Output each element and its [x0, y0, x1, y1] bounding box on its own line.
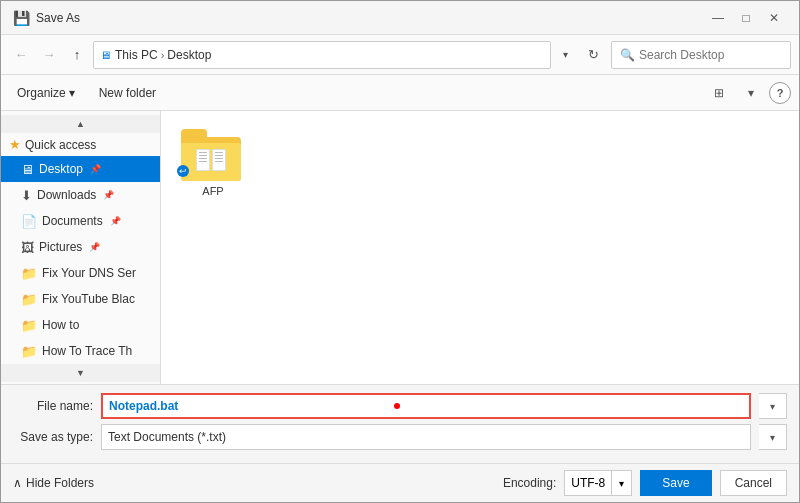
- sidebar-item-desktop[interactable]: 🖥 Desktop 📌: [1, 156, 160, 182]
- back-button[interactable]: ←: [9, 43, 33, 67]
- footer-right: Encoding: UTF-8 ▾ Save Cancel: [503, 470, 787, 496]
- dialog-title: Save As: [36, 11, 705, 25]
- filename-input-wrapper: [101, 393, 751, 419]
- cancel-button[interactable]: Cancel: [720, 470, 787, 496]
- sidebar-scroll-down[interactable]: ▼: [1, 364, 160, 382]
- window-controls: — □ ✕: [705, 8, 787, 28]
- encoding-selector: UTF-8 ▾: [564, 470, 632, 496]
- address-bar: ← → ↑ 🖥 This PC › Desktop ▾ ↻ 🔍: [1, 35, 799, 75]
- address-dropdown-button[interactable]: ▾: [555, 41, 575, 69]
- folder-shortcut-arrow: ↩: [177, 165, 189, 177]
- hide-folders-label: Hide Folders: [26, 476, 94, 490]
- refresh-button[interactable]: ↻: [579, 41, 607, 69]
- sidebar-item-fix-yt[interactable]: 📁 Fix YouTube Blac: [1, 286, 160, 312]
- path-part-pc: This PC: [115, 48, 158, 62]
- folder-front: [181, 143, 241, 181]
- address-path[interactable]: 🖥 This PC › Desktop: [93, 41, 551, 69]
- dialog-icon: 💾: [13, 10, 30, 26]
- desktop-pin: 📌: [90, 164, 101, 174]
- sidebar-item-downloads-label: Downloads: [37, 188, 96, 202]
- sidebar-item-documents-label: Documents: [42, 214, 103, 228]
- savetype-input[interactable]: [101, 424, 751, 450]
- sidebar-item-fix-yt-label: Fix YouTube Blac: [42, 292, 135, 306]
- documents-pin: 📌: [110, 216, 121, 226]
- filename-row: File name: ▾: [13, 393, 787, 419]
- sidebar-item-how-to-label: How to: [42, 318, 79, 332]
- fix-yt-icon: 📁: [21, 292, 37, 307]
- pictures-icon: 🖼: [21, 240, 34, 255]
- maximize-button[interactable]: □: [733, 8, 759, 28]
- path-icon: 🖥: [100, 49, 111, 61]
- how-trace-icon: 📁: [21, 344, 37, 359]
- hide-folders-button[interactable]: ∧ Hide Folders: [13, 476, 94, 490]
- sidebar: ▲ ★ Quick access 🖥 Desktop 📌 ⬇ Downloads…: [1, 111, 161, 384]
- sidebar-item-documents[interactable]: 📄 Documents 📌: [1, 208, 160, 234]
- fix-dns-icon: 📁: [21, 266, 37, 281]
- encoding-value[interactable]: UTF-8: [564, 470, 612, 496]
- folder-papers: [196, 149, 226, 171]
- files-grid: ↩ AFP: [173, 123, 787, 203]
- organize-button[interactable]: Organize ▾: [9, 83, 83, 103]
- search-box: 🔍: [611, 41, 791, 69]
- sidebar-item-downloads[interactable]: ⬇ Downloads 📌: [1, 182, 160, 208]
- hide-folders-chevron: ∧: [13, 476, 22, 490]
- file-item-afp[interactable]: ↩ AFP: [173, 123, 253, 203]
- how-to-icon: 📁: [21, 318, 37, 333]
- up-button[interactable]: ↑: [65, 43, 89, 67]
- path-separator: ›: [161, 49, 165, 61]
- pictures-pin: 📌: [89, 242, 100, 252]
- filename-input[interactable]: [101, 393, 751, 419]
- sidebar-item-how-to[interactable]: 📁 How to: [1, 312, 160, 338]
- folder-paper-1: [196, 149, 210, 171]
- sidebar-item-fix-dns-label: Fix Your DNS Ser: [42, 266, 136, 280]
- sidebar-item-pictures[interactable]: 🖼 Pictures 📌: [1, 234, 160, 260]
- sidebar-item-desktop-label: Desktop: [39, 162, 83, 176]
- quick-access-section[interactable]: ★ Quick access: [1, 133, 160, 156]
- encoding-dropdown[interactable]: ▾: [612, 470, 632, 496]
- content-area: ▲ ★ Quick access 🖥 Desktop 📌 ⬇ Downloads…: [1, 111, 799, 384]
- quick-access-star: ★: [9, 137, 21, 152]
- sidebar-item-how-trace[interactable]: 📁 How To Trace Th: [1, 338, 160, 364]
- file-area: ↩ AFP: [161, 111, 799, 384]
- filename-dot: [394, 403, 400, 409]
- organize-label: Organize: [17, 86, 66, 100]
- sidebar-scroll-up[interactable]: ▲: [1, 115, 160, 133]
- desktop-icon: 🖥: [21, 162, 34, 177]
- sidebar-item-how-trace-label: How To Trace Th: [42, 344, 132, 358]
- filename-label: File name:: [13, 399, 93, 413]
- afp-folder-icon: ↩: [181, 129, 245, 181]
- new-folder-label: New folder: [99, 86, 156, 100]
- toolbar: Organize ▾ New folder ⊞ ▾ ?: [1, 75, 799, 111]
- savetype-row: Save as type: ▾: [13, 424, 787, 450]
- help-button[interactable]: ?: [769, 82, 791, 104]
- documents-icon: 📄: [21, 214, 37, 229]
- downloads-icon: ⬇: [21, 188, 32, 203]
- sidebar-item-fix-dns[interactable]: 📁 Fix Your DNS Ser: [1, 260, 160, 286]
- search-icon: 🔍: [620, 48, 635, 62]
- minimize-button[interactable]: —: [705, 8, 731, 28]
- path-part-desktop: Desktop: [167, 48, 211, 62]
- toolbar-right: ⊞ ▾ ?: [705, 81, 791, 105]
- save-button[interactable]: Save: [640, 470, 711, 496]
- title-bar: 💾 Save As — □ ✕: [1, 1, 799, 35]
- bottom-area: File name: ▾ Save as type: ▾: [1, 384, 799, 463]
- close-button[interactable]: ✕: [761, 8, 787, 28]
- encoding-label: Encoding:: [503, 476, 556, 490]
- view-button[interactable]: ⊞: [705, 81, 733, 105]
- new-folder-button[interactable]: New folder: [91, 83, 164, 103]
- view-dropdown-button[interactable]: ▾: [737, 81, 765, 105]
- search-input[interactable]: [639, 48, 782, 62]
- downloads-pin: 📌: [103, 190, 114, 200]
- folder-paper-2: [212, 149, 226, 171]
- footer: ∧ Hide Folders Encoding: UTF-8 ▾ Save Ca…: [1, 463, 799, 502]
- savetype-label: Save as type:: [13, 430, 93, 444]
- sidebar-item-pictures-label: Pictures: [39, 240, 82, 254]
- forward-button[interactable]: →: [37, 43, 61, 67]
- save-as-dialog: 💾 Save As — □ ✕ ← → ↑ 🖥 This PC › Deskto…: [0, 0, 800, 503]
- savetype-dropdown[interactable]: ▾: [759, 424, 787, 450]
- afp-label: AFP: [202, 185, 223, 197]
- filename-dropdown[interactable]: ▾: [759, 393, 787, 419]
- organize-chevron: ▾: [69, 86, 75, 100]
- quick-access-label: Quick access: [25, 138, 96, 152]
